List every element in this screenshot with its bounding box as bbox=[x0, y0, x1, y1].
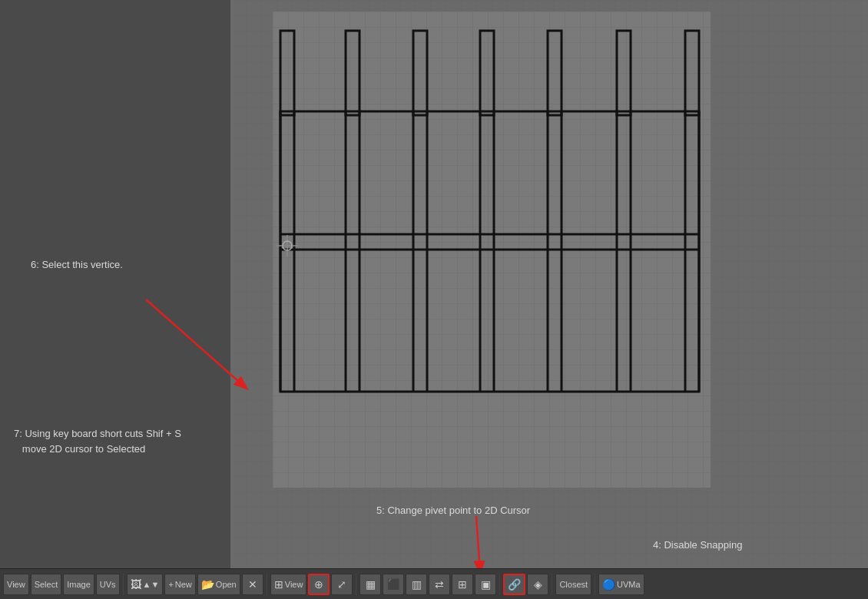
svg-rect-4 bbox=[480, 31, 494, 115]
separator-6 bbox=[595, 574, 595, 595]
sync-icon: ⇄ bbox=[435, 578, 444, 591]
modified-edges-btn[interactable]: ▥ bbox=[406, 574, 427, 595]
image-browse-btn[interactable]: 🖼 ▲▼ bbox=[127, 574, 164, 595]
bottom-toolbar: View Select Image UVs 🖼 ▲▼ + New 📂 Open … bbox=[0, 568, 868, 599]
unlink-btn[interactable]: ✕ bbox=[242, 574, 263, 595]
stretch-btn[interactable]: ⬛ bbox=[383, 574, 404, 595]
svg-rect-2 bbox=[346, 31, 359, 115]
image-menu[interactable]: Image bbox=[63, 574, 94, 595]
new-btn[interactable]: + New bbox=[164, 574, 195, 595]
view-menu[interactable]: View bbox=[3, 574, 29, 595]
uvs-menu[interactable]: UVs bbox=[96, 574, 120, 595]
pack-icon: ▣ bbox=[481, 578, 491, 591]
svg-rect-1 bbox=[280, 31, 294, 115]
pivot-point-btn[interactable]: ⊕ bbox=[308, 574, 330, 595]
svg-rect-6 bbox=[617, 31, 631, 115]
svg-rect-0 bbox=[280, 111, 699, 392]
open-btn[interactable]: 📂 Open bbox=[197, 574, 240, 595]
snap-cursor-btn[interactable]: ⤢ bbox=[331, 574, 353, 595]
image-icon: 🖼 bbox=[131, 578, 141, 591]
select-menu[interactable]: Select bbox=[31, 574, 62, 595]
left-panel bbox=[0, 0, 230, 568]
view-icon: ⊞ bbox=[274, 578, 283, 591]
unlink-icon: ✕ bbox=[248, 578, 257, 591]
snap-type-btn[interactable]: ◈ bbox=[527, 574, 548, 595]
snap-type-icon: ◈ bbox=[534, 578, 542, 591]
stretch-icon: ⬛ bbox=[387, 578, 400, 591]
svg-rect-5 bbox=[548, 31, 562, 115]
normalize-btn[interactable]: ⊞ bbox=[452, 574, 473, 595]
uv-mesh-svg bbox=[273, 12, 711, 488]
separator-1 bbox=[123, 574, 124, 595]
separator-5 bbox=[552, 574, 552, 595]
uvma-btn[interactable]: 🔵 UVMa bbox=[598, 574, 644, 595]
edges-icon: ▥ bbox=[412, 578, 422, 591]
snapping-btn[interactable]: 🔗 bbox=[503, 574, 525, 595]
uvma-icon: 🔵 bbox=[602, 578, 615, 591]
magnet-icon: 🔗 bbox=[508, 578, 521, 591]
view-btn[interactable]: ⊞ View bbox=[270, 574, 307, 595]
pivot-icon: ⊕ bbox=[314, 578, 323, 591]
svg-rect-7 bbox=[685, 31, 699, 115]
grid-icon: ▦ bbox=[366, 578, 376, 591]
sync-btn[interactable]: ⇄ bbox=[429, 574, 450, 595]
separator-2 bbox=[267, 574, 267, 595]
closest-btn[interactable]: Closest bbox=[555, 574, 591, 595]
normalize-icon: ⊞ bbox=[458, 578, 467, 591]
overlay-btn[interactable]: ▦ bbox=[359, 574, 381, 595]
uv-editor bbox=[230, 0, 868, 568]
cursor-icon: ⤢ bbox=[337, 578, 346, 591]
separator-3 bbox=[356, 574, 356, 595]
svg-rect-3 bbox=[413, 31, 427, 115]
pack-islands-btn[interactable]: ▣ bbox=[475, 574, 496, 595]
folder-icon: 📂 bbox=[201, 578, 214, 591]
separator-4 bbox=[499, 574, 500, 595]
